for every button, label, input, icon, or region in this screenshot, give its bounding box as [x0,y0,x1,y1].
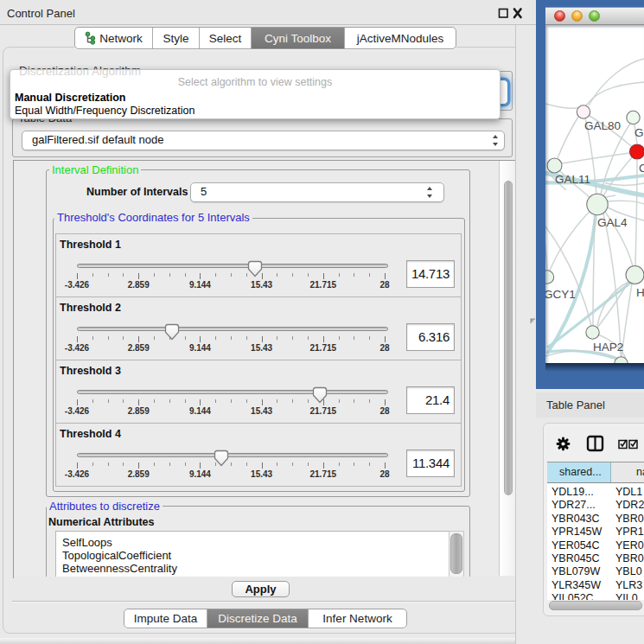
svg-text:H: H [636,286,644,299]
svg-text:GAL4: GAL4 [597,216,628,229]
svg-text:HAP2: HAP2 [593,341,623,354]
svg-text:C: C [639,162,644,175]
svg-text:GCY1: GCY1 [545,288,576,301]
svg-text:G.: G. [634,126,644,139]
svg-text:GAL11: GAL11 [555,173,590,186]
svg-text:GAL80: GAL80 [584,119,621,132]
